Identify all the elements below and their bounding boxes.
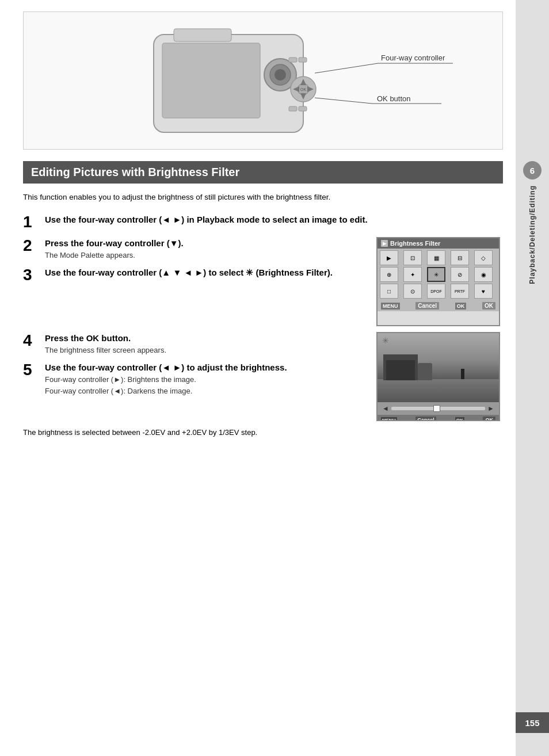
step-5-number: 5 — [23, 361, 45, 379]
bf-slider-track — [391, 407, 485, 410]
svg-line-17 — [315, 63, 378, 73]
svg-rect-2 — [174, 29, 231, 41]
step-5-sub2: Four-way controller (◄): Darkens the ima… — [45, 386, 369, 396]
camera-diagram-box: OK Four-way controller OK button — [23, 12, 503, 150]
svg-point-5 — [274, 69, 286, 81]
steps-2-3-container: 2 Press the four-way controller (▼). The… — [23, 237, 503, 326]
step-3: 3 Use the four-way controller (▲ ▼ ◄ ►) … — [23, 266, 369, 284]
step-1-title: Use the four-way controller (◄ ►) in Pla… — [45, 213, 503, 226]
mode-palette-image: ▶ Brightness Filter ▶ ⊡ ▦ ⊟ ◇ ⊕ ✦ ✳ ⊘ — [376, 237, 500, 326]
mp-icon-r8: PRTF — [451, 284, 469, 299]
mp-menu-label: MENU — [381, 303, 400, 310]
step-2-content: Press the four-way controller (▼). The M… — [45, 237, 369, 261]
mp-icon-copy: ⊟ — [451, 250, 469, 265]
bf-slider-row: ◄ ► — [378, 402, 499, 415]
bf-footer: MENU Cancel OK OK — [378, 415, 499, 421]
mp-icon-r4: ◉ — [474, 267, 493, 282]
mp-footer: MENU Cancel OK OK — [378, 300, 499, 311]
svg-rect-1 — [162, 43, 260, 118]
step-3-content: Use the four-way controller (▲ ▼ ◄ ►) to… — [45, 266, 369, 278]
mp-icon-r3: ⊘ — [451, 267, 469, 282]
step-4-number: 4 — [23, 332, 45, 350]
bf-photo-bg: ✳ — [378, 333, 499, 402]
mp-icon-filter: ▦ — [427, 250, 445, 265]
step-4-title: Press the OK button. — [45, 332, 369, 344]
step-5: 5 Use the four-way controller (◄ ►) to a… — [23, 361, 369, 396]
step-2-sub: The Mode Palette appears. — [45, 250, 369, 261]
bf-building2 — [386, 360, 415, 380]
mp-icon-r6: ⊙ — [403, 284, 422, 299]
bf-menu-label: MENU — [381, 417, 397, 422]
right-sidebar: 6 Playback/Deleting/Editing 155 — [516, 0, 549, 756]
bf-ground — [378, 379, 499, 402]
mp-icon-r2: ✦ — [403, 267, 422, 282]
mp-icon-brightness: ✳ — [427, 267, 445, 282]
steps-2-3-left: 2 Press the four-way controller (▼). The… — [23, 237, 369, 326]
bf-ok-btn[interactable]: OK — [483, 417, 495, 421]
camera-diagram-svg: OK Four-way controller OK button — [62, 23, 464, 138]
intro-text: This function enables you to adjust the … — [23, 192, 503, 203]
step-1: 1 Use the four-way controller (◄ ►) in P… — [23, 213, 503, 231]
steps-4-5-left: 4 Press the OK button. The brightness fi… — [23, 332, 369, 421]
svg-rect-15 — [289, 106, 297, 111]
bf-right-arrow: ► — [487, 404, 494, 413]
mode-palette-header: ▶ Brightness Filter — [378, 238, 499, 249]
svg-rect-16 — [299, 106, 307, 111]
step-2-title: Press the four-way controller (▼). — [45, 237, 369, 249]
bottom-text: The brightness is selected between -2.0E… — [23, 427, 503, 438]
sidebar-label: Playback/Deleting/Editing — [528, 185, 536, 284]
mp-icon-r7: DPOF — [427, 284, 445, 299]
step-3-title: Use the four-way controller (▲ ▼ ◄ ►) to… — [45, 266, 369, 278]
mp-cancel-btn[interactable]: Cancel — [415, 302, 439, 310]
step-1-number: 1 — [23, 213, 45, 231]
step-4: 4 Press the OK button. The brightness fi… — [23, 332, 369, 356]
mp-icon-play: ▶ — [380, 250, 398, 265]
bf-left-arrow: ◄ — [382, 404, 389, 413]
step-1-content: Use the four-way controller (◄ ►) in Pla… — [45, 213, 503, 226]
main-content: OK Four-way controller OK button Editing… — [23, 0, 503, 438]
svg-text:Four-way controller: Four-way controller — [381, 54, 445, 62]
mp-icon-crop: ⊡ — [403, 250, 422, 265]
mp-icon-r5: □ — [380, 284, 398, 299]
bf-slider-thumb — [433, 405, 440, 412]
step-4-sub: The brightness filter screen appears. — [45, 345, 369, 356]
step-5-sub1: Four-way controller (►): Brightens the i… — [45, 375, 369, 385]
bf-screenshot: ✳ ◄ ► MENU Cancel OK OK — [376, 332, 503, 421]
bf-person — [461, 369, 464, 379]
mp-row2: ⊕ ✦ ✳ ⊘ ◉ — [378, 267, 499, 284]
bf-screen-image: ✳ ◄ ► MENU Cancel OK OK — [376, 332, 500, 421]
step-4-content: Press the OK button. The brightness filt… — [45, 332, 369, 356]
mp-ok-label: OK — [455, 303, 467, 310]
mode-palette-title: Brightness Filter — [390, 240, 440, 247]
svg-rect-13 — [289, 58, 297, 62]
bf-tree — [418, 363, 432, 380]
step-5-content: Use the four-way controller (◄ ►) to adj… — [45, 361, 369, 396]
mp-icon-r1: ⊕ — [380, 267, 398, 282]
mp-row1: ▶ ⊡ ▦ ⊟ ◇ — [378, 249, 499, 267]
mp-icon-r9: ♥ — [474, 284, 493, 299]
mp-row3: □ ⊙ DPOF PRTF ♥ — [378, 284, 499, 300]
bf-cancel-btn[interactable]: Cancel — [415, 417, 436, 421]
play-icon: ▶ — [381, 240, 388, 247]
step-2: 2 Press the four-way controller (▼). The… — [23, 237, 369, 261]
svg-text:OK: OK — [300, 87, 306, 91]
bf-ok-label: OK — [455, 417, 464, 422]
step-5-title: Use the four-way controller (◄ ►) to adj… — [45, 361, 369, 373]
step-2-number: 2 — [23, 237, 45, 255]
mode-palette-screenshot: ▶ Brightness Filter ▶ ⊡ ▦ ⊟ ◇ ⊕ ✦ ✳ ⊘ — [376, 237, 503, 326]
svg-line-20 — [315, 98, 372, 104]
page-number: 155 — [516, 712, 549, 733]
step-3-number: 3 — [23, 266, 45, 284]
bf-sun-icon: ✳ — [382, 336, 389, 345]
svg-text:OK button: OK button — [377, 94, 411, 103]
steps-4-5-container: 4 Press the OK button. The brightness fi… — [23, 332, 503, 421]
mp-icon-edit: ◇ — [474, 250, 493, 265]
svg-rect-14 — [299, 58, 307, 62]
section-heading: Editing Pictures with Brightness Filter — [23, 161, 503, 184]
chapter-number: 6 — [523, 161, 542, 180]
mp-ok-btn[interactable]: OK — [482, 302, 495, 310]
